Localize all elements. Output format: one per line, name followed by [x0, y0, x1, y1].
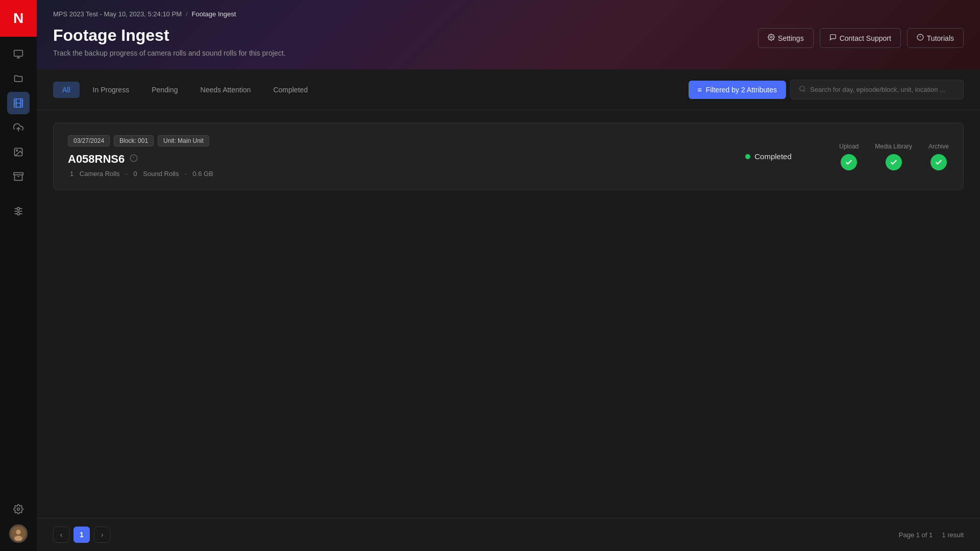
- search-bar: [790, 80, 964, 99]
- roll-tag-unit: Unit: Main Unit: [158, 135, 209, 146]
- status-dot: [745, 154, 750, 159]
- avatar[interactable]: [9, 524, 28, 543]
- filter-icon: ≡: [698, 86, 702, 94]
- page-info: Page 1 of 1: [899, 531, 933, 539]
- svg-point-13: [16, 150, 17, 152]
- svg-point-21: [16, 530, 20, 534]
- sidebar-item-upload[interactable]: [7, 116, 30, 139]
- main-content: MPS 2023 Test - May 10, 2023, 5:24:10 PM…: [37, 0, 980, 551]
- header-title-area: Footage Ingest Track the backup progress…: [53, 26, 285, 57]
- tutorials-label: Tutorials: [927, 34, 954, 42]
- pagination-page-1[interactable]: 1: [74, 527, 90, 543]
- roll-status: Completed: [745, 152, 827, 161]
- pipeline-archive-check: [930, 154, 947, 170]
- roll-tag-date: 03/27/2024: [68, 135, 110, 146]
- svg-point-27: [800, 86, 804, 91]
- contact-support-label: Contact Support: [840, 34, 891, 42]
- camera-rolls-label: Camera Rolls: [80, 170, 120, 178]
- sidebar-nav: [7, 37, 30, 498]
- breadcrumb-separator: /: [186, 10, 188, 18]
- svg-point-23: [770, 36, 772, 38]
- filter-bar: All In Progress Pending Needs Attention …: [37, 69, 980, 110]
- roll-tag-block: Block: 001: [114, 135, 154, 146]
- header: MPS 2023 Test - May 10, 2023, 5:24:10 PM…: [37, 0, 980, 69]
- sidebar-bottom: [7, 498, 30, 551]
- settings-icon: [768, 34, 775, 42]
- settings-button[interactable]: Settings: [758, 28, 814, 48]
- sidebar-item-pipeline[interactable]: [7, 200, 30, 222]
- content-area: 03/27/2024 Block: 001 Unit: Main Unit A0…: [37, 110, 980, 518]
- tutorials-button[interactable]: Tutorials: [907, 28, 964, 48]
- pipeline-media-check: [886, 154, 902, 170]
- result-count: 1 result: [942, 531, 964, 539]
- filter-attributes-label: Filtered by 2 Attributes: [706, 86, 777, 94]
- svg-point-19: [17, 508, 20, 511]
- meta-dot-2: ·: [185, 170, 188, 178]
- pipeline-media-label: Media Library: [875, 143, 912, 150]
- tab-completed[interactable]: Completed: [264, 82, 317, 98]
- settings-label: Settings: [778, 34, 804, 42]
- header-actions: Settings Contact Support: [758, 28, 964, 48]
- page-title: Footage Ingest: [53, 26, 285, 45]
- pagination-prev[interactable]: ‹: [53, 527, 69, 543]
- tab-all[interactable]: All: [53, 82, 80, 98]
- search-input[interactable]: [810, 86, 955, 93]
- sidebar-item-monitor[interactable]: [7, 43, 30, 65]
- pipeline-upload-check: [841, 154, 857, 170]
- sound-rolls-label: Sound Rolls: [143, 170, 179, 178]
- pagination-info: Page 1 of 1 1 result: [899, 531, 964, 539]
- roll-pipeline: Upload Media Library: [839, 143, 949, 170]
- tutorials-icon: [917, 34, 924, 42]
- sound-rolls-count: 0: [133, 170, 137, 178]
- roll-tags: 03/27/2024 Block: 001 Unit: Main Unit: [68, 135, 733, 146]
- pagination: ‹ 1 ›: [53, 527, 110, 543]
- page-subtitle: Track the backup progress of camera roll…: [53, 49, 285, 57]
- roll-name: A058RNS6: [68, 153, 125, 166]
- page-info-separator: [935, 531, 940, 539]
- tab-needs-attention[interactable]: Needs Attention: [191, 82, 260, 98]
- roll-info-icon[interactable]: [130, 154, 138, 164]
- sidebar-item-footage[interactable]: [7, 92, 30, 114]
- pipeline-upload-label: Upload: [839, 143, 859, 150]
- camera-rolls-count: 1: [70, 170, 74, 178]
- svg-rect-14: [14, 173, 23, 175]
- pipeline-step-archive: Archive: [928, 143, 949, 170]
- table-row: 03/27/2024 Block: 001 Unit: Main Unit A0…: [53, 122, 964, 190]
- pipeline-step-upload: Upload: [839, 143, 859, 170]
- svg-point-17: [17, 208, 20, 210]
- tab-in-progress[interactable]: In Progress: [84, 82, 139, 98]
- sidebar: N: [0, 0, 37, 551]
- roll-size: 0.6 GB: [192, 170, 213, 178]
- contact-support-button[interactable]: Contact Support: [820, 28, 901, 48]
- footer-bar: ‹ 1 › Page 1 of 1 1 result: [37, 518, 980, 551]
- pagination-next[interactable]: ›: [94, 527, 110, 543]
- roll-meta: 1 Camera Rolls · 0 Sound Rolls · 0.6 GB: [68, 170, 733, 178]
- breadcrumb: MPS 2023 Test - May 10, 2023, 5:24:10 PM…: [53, 0, 964, 26]
- contact-support-icon: [829, 34, 837, 42]
- pipeline-step-media-library: Media Library: [875, 143, 912, 170]
- header-top: Footage Ingest Track the backup progress…: [53, 26, 964, 57]
- breadcrumb-project[interactable]: MPS 2023 Test - May 10, 2023, 5:24:10 PM: [53, 10, 182, 18]
- roll-info: 03/27/2024 Block: 001 Unit: Main Unit A0…: [68, 135, 733, 178]
- sidebar-item-archive[interactable]: [7, 165, 30, 188]
- app-logo[interactable]: N: [0, 0, 37, 37]
- roll-name-row: A058RNS6: [68, 153, 733, 166]
- filter-attributes-button[interactable]: ≡ Filtered by 2 Attributes: [689, 81, 786, 99]
- svg-line-28: [804, 90, 805, 92]
- search-icon: [799, 85, 806, 94]
- pipeline-archive-label: Archive: [928, 143, 949, 150]
- sidebar-item-settings[interactable]: [7, 498, 30, 520]
- svg-point-18: [17, 213, 20, 215]
- svg-rect-0: [14, 51, 23, 57]
- status-label: Completed: [754, 152, 792, 161]
- tab-pending[interactable]: Pending: [142, 82, 187, 98]
- sidebar-item-media[interactable]: [7, 141, 30, 163]
- breadcrumb-current: Footage Ingest: [192, 10, 236, 18]
- sidebar-item-folder[interactable]: [7, 67, 30, 90]
- meta-dot-1: ·: [126, 170, 129, 178]
